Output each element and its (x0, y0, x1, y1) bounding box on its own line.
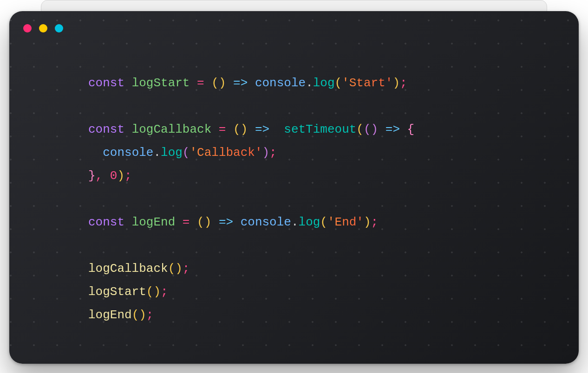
code-line: logStart(); (88, 285, 168, 299)
code-token: ) (262, 146, 270, 160)
code-token: ) (175, 262, 183, 276)
code-token: log (161, 146, 183, 160)
code-token: => (248, 122, 284, 136)
code-token: ( (168, 262, 176, 276)
code-token: ) (117, 169, 124, 183)
code-token: . (291, 215, 299, 229)
code-token: ) (364, 215, 371, 229)
code-token: = (175, 215, 197, 229)
code-block: const logStart = () => console.log('Star… (88, 71, 414, 327)
code-token: => (226, 76, 255, 90)
code-token: ) (139, 308, 146, 322)
close-icon[interactable] (23, 24, 32, 32)
code-token: { (407, 122, 415, 136)
code-token: const (88, 76, 132, 90)
code-token: ( (146, 285, 154, 299)
code-token: = (189, 76, 211, 90)
zoom-icon[interactable] (55, 24, 63, 32)
code-token: ( (197, 215, 204, 229)
code-token: . (306, 76, 313, 90)
code-token: => (211, 215, 240, 229)
code-token: console (241, 215, 291, 229)
code-token: } (88, 169, 96, 183)
code-token: console (255, 76, 306, 90)
code-token (88, 146, 103, 160)
code-token: ( (233, 122, 241, 136)
code-token: logStart (132, 76, 190, 90)
code-token: ) (153, 285, 161, 299)
code-token: , (96, 169, 110, 183)
code-token: . (153, 146, 161, 160)
code-token: ( (211, 76, 219, 90)
code-token: 'Callback' (189, 146, 262, 160)
code-token: ; (183, 262, 190, 276)
code-token: ) (204, 215, 212, 229)
code-token: 0 (110, 169, 118, 183)
code-token: const (88, 215, 132, 229)
code-token: ) (371, 122, 379, 136)
code-token: ) (241, 122, 248, 136)
code-token: ( (335, 76, 342, 90)
code-token: ; (400, 76, 407, 90)
code-token: ) (219, 76, 226, 90)
code-line: logCallback(); (88, 262, 189, 276)
code-token: ( (320, 215, 327, 229)
code-token: log (313, 76, 335, 90)
code-token: ) (392, 76, 400, 90)
code-token: log (299, 215, 320, 229)
code-token: ( (364, 122, 371, 136)
code-token: logCallback (88, 262, 168, 276)
code-token: logStart (88, 285, 146, 299)
code-token: logCallback (132, 122, 212, 136)
code-token: = (211, 122, 233, 136)
code-token: 'End' (327, 215, 364, 229)
code-token: logEnd (88, 308, 132, 322)
code-line: logEnd(); (88, 308, 153, 322)
code-line: }, 0); (88, 169, 132, 183)
code-line: const logStart = () => console.log('Star… (88, 76, 407, 90)
code-line: console.log('Callback'); (88, 146, 277, 160)
code-token: ; (269, 146, 277, 160)
code-token: logEnd (132, 215, 176, 229)
code-token: ; (161, 285, 168, 299)
window-titlebar (23, 24, 63, 32)
code-token: ( (132, 308, 139, 322)
code-token: 'Start' (342, 76, 392, 90)
code-token: ; (124, 169, 132, 183)
code-token: ; (146, 308, 154, 322)
code-token: ; (371, 215, 379, 229)
code-token: console (103, 146, 153, 160)
code-line: const logEnd = () => console.log('End'); (88, 215, 378, 229)
code-window: const logStart = () => console.log('Star… (9, 11, 579, 364)
code-line: const logCallback = () => setTimeout(() … (88, 122, 414, 136)
code-token: ( (356, 122, 364, 136)
stage: const logStart = () => console.log('Star… (0, 0, 588, 373)
minimize-icon[interactable] (39, 24, 47, 32)
code-token: const (88, 122, 132, 136)
code-token: => (378, 122, 407, 136)
code-token: ( (183, 146, 190, 160)
code-token: setTimeout (284, 122, 356, 136)
